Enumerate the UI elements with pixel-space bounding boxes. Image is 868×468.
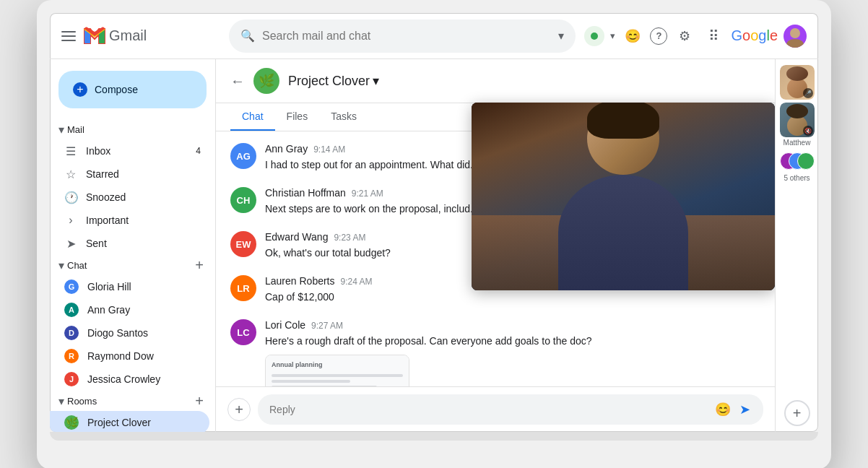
apps-button[interactable]: ⠿ bbox=[702, 25, 725, 48]
matthew-name: Matthew bbox=[784, 139, 811, 147]
project-clover-icon: 🌿 bbox=[64, 415, 79, 430]
laptop-shell: Gmail 🔍 ▾ ▾ 😊 ? ⚙ ⠿ G o o bbox=[37, 0, 831, 468]
compose-button[interactable]: + Compose bbox=[58, 71, 207, 108]
doc-preview-title: Annual planning bbox=[272, 361, 403, 368]
participant-matthew-group: 🔇 Matthew bbox=[780, 103, 815, 147]
lori-msg-time: 9:27 AM bbox=[311, 321, 343, 331]
person-hair bbox=[587, 103, 659, 139]
settings-button[interactable]: ⚙ bbox=[673, 25, 696, 48]
user-avatar[interactable] bbox=[784, 25, 807, 48]
inbox-label: Inbox bbox=[86, 145, 110, 157]
status-dropdown-arrow[interactable]: ▾ bbox=[610, 30, 615, 41]
svg-point-3 bbox=[786, 39, 804, 48]
p1-hair bbox=[786, 66, 808, 81]
rooms-section-header[interactable]: ▾ Rooms + bbox=[50, 391, 215, 411]
matthew-mic-badge: 🔇 bbox=[803, 126, 813, 136]
doc-preview: Annual planning Goals bbox=[266, 355, 409, 386]
chat-section-header[interactable]: ▾ Chat + bbox=[50, 255, 215, 275]
reply-bar: + 😊 ➤ bbox=[216, 386, 775, 432]
other-avatar-3 bbox=[797, 152, 815, 170]
sidebar-item-sent[interactable]: ➤ Sent bbox=[50, 232, 209, 255]
topbar-left: Gmail bbox=[61, 26, 220, 46]
message-lori: LC Lori Cole 9:27 AM Here's a rough draf… bbox=[230, 319, 760, 386]
sidebar-item-jessica[interactable]: J Jessica Crowley bbox=[50, 368, 209, 391]
snoozed-label: Snoozed bbox=[86, 191, 126, 203]
screen: Gmail 🔍 ▾ ▾ 😊 ? ⚙ ⠿ G o o bbox=[50, 13, 818, 432]
edward-msg-sender: Edward Wang bbox=[265, 231, 328, 243]
back-button[interactable]: ← bbox=[230, 73, 245, 90]
sidebar-item-important[interactable]: › Important bbox=[50, 209, 209, 232]
reply-input-wrap: 😊 ➤ bbox=[258, 394, 763, 425]
ann-msg-time: 9:14 AM bbox=[313, 144, 345, 155]
reply-emoji-button[interactable]: 😊 bbox=[713, 400, 732, 419]
chat-section-label: Chat bbox=[67, 260, 87, 271]
sidebar-item-raymond[interactable]: R Raymond Dow bbox=[50, 344, 209, 368]
chat-add-button[interactable]: + bbox=[192, 258, 207, 272]
inbox-icon: ☰ bbox=[64, 144, 77, 158]
mail-section-label: Mail bbox=[67, 124, 84, 135]
snoozed-icon: 🕐 bbox=[64, 191, 77, 204]
emoji-button[interactable]: 😊 bbox=[621, 25, 644, 48]
sidebar-item-project-clover[interactable]: 🌿 Project Clover bbox=[50, 411, 209, 432]
lori-msg-sender: Lori Cole bbox=[265, 319, 305, 331]
mail-section-header[interactable]: ▾ Mail bbox=[50, 120, 215, 139]
ann-label: Ann Gray bbox=[87, 304, 130, 316]
add-participant-button[interactable]: + bbox=[784, 400, 810, 426]
status-indicator[interactable] bbox=[584, 26, 604, 46]
menu-icon[interactable] bbox=[61, 31, 76, 41]
google-g2: g bbox=[758, 27, 766, 44]
others-avatars bbox=[780, 150, 815, 173]
participant-matthew-thumb[interactable]: 🔇 bbox=[780, 103, 815, 137]
room-dropdown-icon[interactable]: ▾ bbox=[373, 73, 379, 89]
mail-chevron: ▾ bbox=[58, 123, 64, 136]
diogo-avatar: D bbox=[64, 326, 79, 340]
room-header-icon: 🌿 bbox=[253, 68, 279, 94]
sidebar-item-snoozed[interactable]: 🕐 Snoozed bbox=[50, 186, 209, 209]
sidebar-item-ann[interactable]: A Ann Gray bbox=[50, 298, 209, 321]
ann-msg-sender: Ann Gray bbox=[265, 143, 308, 155]
participant-1-thumb[interactable]: 🎤 bbox=[780, 65, 815, 100]
tab-chat[interactable]: Chat bbox=[230, 103, 275, 131]
starred-label: Starred bbox=[86, 168, 119, 180]
edward-msg-time: 9:23 AM bbox=[334, 233, 365, 243]
sent-icon: ➤ bbox=[64, 237, 77, 251]
rooms-add-button[interactable]: + bbox=[192, 394, 207, 408]
doc-attachment[interactable]: Annual planning Goals bbox=[265, 355, 409, 386]
search-dropdown-icon[interactable]: ▾ bbox=[558, 29, 564, 43]
compose-label: Compose bbox=[95, 84, 138, 95]
reply-input[interactable] bbox=[269, 404, 708, 415]
lori-msg-avatar: LC bbox=[230, 319, 256, 345]
tab-files[interactable]: Files bbox=[275, 103, 320, 131]
reply-send-button[interactable]: ➤ bbox=[738, 400, 752, 419]
topbar: Gmail 🔍 ▾ ▾ 😊 ? ⚙ ⠿ G o o bbox=[50, 13, 818, 59]
gloria-label: Gloria Hill bbox=[87, 281, 131, 292]
chat-header: ← 🌿 Project Clover ▾ bbox=[216, 59, 775, 103]
edward-msg-avatar: EW bbox=[230, 231, 256, 257]
sidebar-item-inbox[interactable]: ☰ Inbox 4 bbox=[50, 139, 209, 162]
search-bar[interactable]: 🔍 ▾ bbox=[229, 20, 576, 53]
chat-chevron: ▾ bbox=[58, 259, 64, 272]
raymond-avatar: R bbox=[64, 349, 79, 363]
lauren-msg-sender: Lauren Roberts bbox=[265, 275, 335, 287]
sidebar: + Compose ▾ Mail ☰ Inbox 4 ☆ bbox=[50, 59, 216, 432]
sidebar-item-diogo[interactable]: D Diogo Santos bbox=[50, 321, 209, 344]
svg-point-2 bbox=[790, 28, 800, 38]
sidebar-item-gloria[interactable]: G Gloria Hill bbox=[50, 275, 209, 298]
inbox-badge: 4 bbox=[196, 146, 201, 156]
google-o1: o bbox=[742, 27, 750, 44]
important-label: Important bbox=[86, 214, 129, 226]
help-button[interactable]: ? bbox=[650, 27, 667, 45]
matthew-hair bbox=[786, 104, 808, 118]
video-overlay bbox=[472, 103, 775, 290]
tab-tasks[interactable]: Tasks bbox=[319, 103, 368, 131]
lori-msg-text: Here's a rough draft of the proposal. Ca… bbox=[265, 334, 760, 349]
video-main bbox=[472, 103, 775, 290]
search-icon: 🔍 bbox=[240, 29, 255, 43]
search-input[interactable] bbox=[262, 30, 551, 43]
reply-add-button[interactable]: + bbox=[227, 398, 251, 421]
lauren-msg-time: 9:24 AM bbox=[341, 277, 373, 287]
gmail-logo: Gmail bbox=[83, 26, 147, 46]
raymond-label: Raymond Dow bbox=[87, 350, 154, 362]
lori-msg-header: Lori Cole 9:27 AM bbox=[265, 319, 760, 331]
sidebar-item-starred[interactable]: ☆ Starred bbox=[50, 162, 209, 186]
